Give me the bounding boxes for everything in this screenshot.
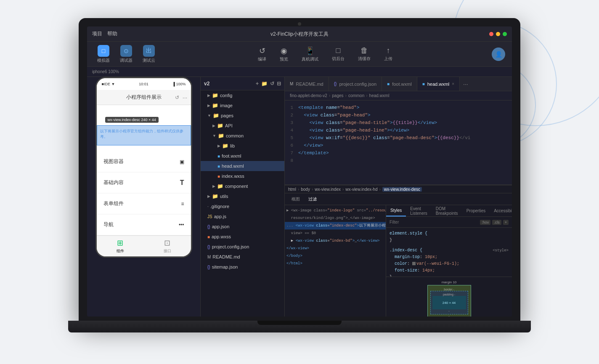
dom-bread-body[interactable]: body <box>301 187 310 192</box>
code-content[interactable]: 1 <template name="head"> 2 <view class="… <box>285 100 512 185</box>
menu-item-help[interactable]: 帮助 <box>107 30 117 37</box>
tree-item-lib[interactable]: ▶ 📁 lib <box>201 141 284 151</box>
tree-item-readme[interactable]: M README.md <box>201 252 284 262</box>
list-item[interactable]: 表单组件 ≡ <box>97 193 191 214</box>
devtools-tab-elements[interactable]: 概图 <box>288 195 303 203</box>
menu-item-project[interactable]: 项目 <box>92 30 102 37</box>
tab-readme[interactable]: M README.md <box>285 77 329 91</box>
window-minimize-btn[interactable] <box>496 32 500 36</box>
tree-item-app-wxss[interactable]: ■ app.wxss <box>201 232 284 242</box>
phone-title: 小程序组件展示 <box>126 94 162 101</box>
debugger-label: 调试器 <box>120 58 133 63</box>
devtools-tab-styles[interactable]: 过滤 <box>305 195 320 203</box>
new-file-icon[interactable]: + <box>256 81 259 87</box>
tab-project-config[interactable]: {} project.config.json <box>329 77 382 91</box>
dom-line[interactable]: resources/kind/logo.png">_</wx-image> <box>285 214 386 222</box>
tree-item-foot-wxml[interactable]: ■ foot.wxml <box>201 151 284 161</box>
dom-line[interactable]: </body> <box>285 252 386 260</box>
laptop-frame: 项目 帮助 v2-FinClip小程序开发工具 <box>68 18 531 346</box>
compile-btn[interactable]: ↺ 编译 <box>254 45 270 64</box>
phone-list-items: 视图容器 ▣ 基础内容 T 表单组件 ≡ <box>97 151 191 235</box>
editor-breadcrumb: fino-applet-demo-v2 › pages › common › h… <box>285 91 512 100</box>
tree-item-utils[interactable]: ▶ 📁 utils <box>201 191 284 201</box>
content-box: 240 × 44 <box>432 296 466 309</box>
styles-tab-accessibility[interactable]: Accessibility <box>490 205 512 216</box>
cls-badge[interactable]: .cls <box>492 220 501 225</box>
hover-badge[interactable]: :hov <box>480 220 490 225</box>
dom-line[interactable]: view> == $0 <box>285 229 386 237</box>
tab-close-icon[interactable]: × <box>452 82 454 86</box>
bg-label: 切后台 <box>332 56 345 62</box>
window-maximize-btn[interactable] <box>503 32 507 36</box>
bg-btn[interactable]: □ 切后台 <box>329 45 348 63</box>
dom-tree[interactable]: ▶ <wx-image class="index-logo" src="../r… <box>285 205 386 317</box>
json-icon: {} <box>334 82 337 86</box>
styles-tab-dom-breakpoints[interactable]: DOM Breakpoints <box>432 205 462 216</box>
plus-badge[interactable]: + <box>503 220 509 225</box>
toolbar-testcloud-btn[interactable]: 出 测试云 <box>139 43 159 65</box>
tree-item-gitignore[interactable]: · .gitignore <box>201 201 284 211</box>
styles-tab-event-listeners[interactable]: Event Listeners <box>406 205 432 216</box>
list-item[interactable]: 导航 ••• <box>97 214 191 235</box>
color-swatch <box>412 262 416 265</box>
tree-item-app-json[interactable]: {} app.json <box>201 222 284 232</box>
clear-cache-btn[interactable]: 🗑 清缓存 <box>355 45 374 63</box>
styles-sub-tabs: Styles Event Listeners DOM Breakpoints P… <box>386 205 512 217</box>
app-title: v2-FinClip小程序开发工具 <box>270 31 329 37</box>
dom-bread-html[interactable]: html <box>288 187 296 192</box>
styles-tab-properties[interactable]: Properties <box>462 205 490 216</box>
folder-icon: 📁 <box>213 113 219 119</box>
dom-line[interactable]: ▶ <wx-image class="index-logo" src="../r… <box>285 207 386 214</box>
list-item[interactable]: 基础内容 T <box>97 172 191 193</box>
dom-bread-index-hd[interactable]: wx-view.index-hd <box>345 187 377 192</box>
tree-item-label: utils <box>220 194 228 199</box>
refresh-icon[interactable]: ↺ <box>270 81 274 87</box>
dom-bread-index[interactable]: wx-view.index <box>315 187 341 192</box>
tree-item-head-wxml[interactable]: ■ head.wxml <box>201 161 284 171</box>
window-close-btn[interactable] <box>489 32 493 36</box>
tree-item-api[interactable]: ▶ 📁 API <box>201 121 284 131</box>
real-debug-btn[interactable]: 📱 真机调试 <box>298 45 322 64</box>
preview-btn[interactable]: ◉ 预览 <box>276 45 292 64</box>
tree-item-component[interactable]: ▶ 📁 component <box>201 181 284 191</box>
phone-refresh-icon[interactable]: ↺ <box>175 95 179 100</box>
tree-item-common[interactable]: ▼ 📁 common <box>201 131 284 141</box>
tree-item-config[interactable]: ▶ 📁 config <box>201 90 284 100</box>
tree-item-image[interactable]: ▶ 📁 image <box>201 100 284 111</box>
wxss-file-icon: ■ <box>207 235 210 239</box>
tab-foot-wxml[interactable]: ■ foot.wxml <box>382 77 417 91</box>
compile-label: 编译 <box>258 56 266 62</box>
styles-tab-styles[interactable]: Styles <box>386 205 406 216</box>
list-item[interactable]: 视图容器 ▣ <box>97 151 191 172</box>
dom-line[interactable]: </html> <box>285 260 386 267</box>
devtools-main: ▶ <wx-image class="index-logo" src="../r… <box>285 205 512 317</box>
tree-item-label: index.wxss <box>222 174 244 179</box>
user-avatar[interactable]: 👤 <box>492 47 505 61</box>
simulator-icon: □ <box>98 45 109 57</box>
nav-item-api[interactable]: ⊡ 接口 <box>164 238 171 254</box>
new-folder-icon[interactable]: 📁 <box>261 81 268 87</box>
dom-line[interactable]: ▶ <wx-view class="index-bd">_</wx-view> <box>285 237 386 245</box>
toolbar-simulator-btn[interactable]: □ 模拟器 <box>94 43 113 65</box>
phone-nav-dots[interactable]: ··· <box>183 94 188 101</box>
tree-item-index-wxss[interactable]: ■ index.wxss <box>201 171 284 181</box>
preview-label: 预览 <box>280 56 288 62</box>
collapse-icon[interactable]: ⊟ <box>277 81 281 87</box>
toolbar-left: □ 模拟器 ⊙ 调试器 出 测试云 <box>94 43 159 65</box>
dom-line[interactable]: </wx-view> <box>285 245 386 252</box>
toolbar-debugger-btn[interactable]: ⊙ 调试器 <box>117 43 136 65</box>
tree-item-sitemap[interactable]: {} sitemap.json <box>201 262 284 272</box>
more-tabs-btn[interactable]: ··· <box>460 81 472 87</box>
nav-item-components[interactable]: ⊞ 组件 <box>117 238 124 254</box>
file-tree-root: v2 <box>204 81 209 87</box>
title-bar: 项目 帮助 v2-FinClip小程序开发工具 <box>87 26 512 42</box>
tree-item-project-config[interactable]: {} project.config.json <box>201 242 284 252</box>
laptop-screen: 项目 帮助 v2-FinClip小程序开发工具 <box>87 26 512 317</box>
upload-btn[interactable]: ↑ 上传 <box>381 45 396 63</box>
tab-head-wxml[interactable]: ■ head.wxml × <box>417 77 460 91</box>
dom-line-selected[interactable]: ... <wx-view class="index-desc">以下将展示小程序… <box>285 222 386 229</box>
tree-item-pages[interactable]: ▼ 📁 pages <box>201 111 284 121</box>
tree-item-app-js[interactable]: JS app.js <box>201 211 284 222</box>
styles-filter-input[interactable] <box>390 220 478 224</box>
dom-bread-index-desc[interactable]: wx-view.index-desc <box>382 187 422 192</box>
